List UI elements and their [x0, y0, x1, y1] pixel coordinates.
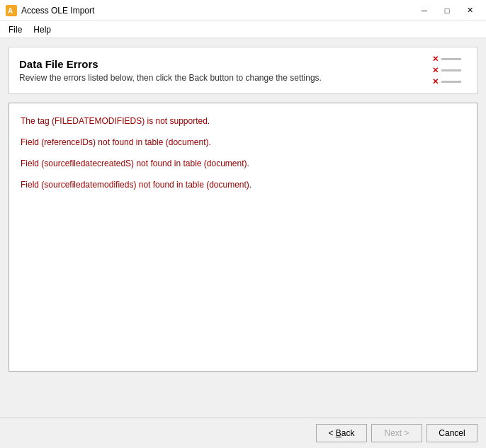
error-message-2: Field (referenceIDs) not found in table …: [21, 136, 465, 149]
error-message-4: Field (sourcefiledatemodifieds) not foun…: [21, 178, 465, 191]
title-bar-left: A Access OLE Import: [6, 5, 94, 16]
icon-line-2: [441, 69, 461, 71]
error-icon-panel: ✕ ✕ ✕: [432, 54, 461, 86]
app-icon: A: [6, 5, 17, 16]
close-button[interactable]: ✕: [459, 4, 480, 18]
header-text: Data File Errors Review the errors liste…: [19, 58, 322, 83]
x-icon-3: ✕: [432, 77, 439, 86]
icon-row-2: ✕: [432, 66, 461, 75]
back-button[interactable]: < Back: [316, 424, 367, 442]
title-bar: A Access OLE Import ─ □ ✕: [0, 0, 486, 21]
next-button[interactable]: Next >: [371, 424, 422, 442]
error-message-3: Field (sourcefiledatecreatedS) not found…: [21, 157, 465, 170]
menu-bar: File Help: [0, 21, 486, 38]
header-section: Data File Errors Review the errors liste…: [9, 47, 477, 94]
menu-help[interactable]: Help: [28, 23, 57, 36]
cancel-button[interactable]: Cancel: [426, 424, 477, 442]
footer-section: < Back Next > Cancel: [0, 418, 486, 448]
svg-text:A: A: [8, 7, 13, 15]
icon-row-3: ✕: [432, 77, 461, 86]
x-icon-1: ✕: [432, 54, 439, 64]
x-icon-2: ✕: [432, 66, 439, 75]
title-bar-controls: ─ □ ✕: [414, 4, 480, 18]
icon-row-1: ✕: [432, 54, 461, 64]
main-content: Data File Errors Review the errors liste…: [0, 38, 486, 415]
back-label-text: B: [336, 428, 341, 438]
maximize-button[interactable]: □: [436, 4, 458, 18]
app-title: Access OLE Import: [21, 6, 94, 16]
icon-line-3: [441, 81, 461, 83]
icon-line-1: [441, 58, 461, 60]
next-label-text: Next >: [384, 428, 409, 438]
error-message-1: The tag (FILEDATEMODIFIEDS) is not suppo…: [21, 115, 465, 127]
menu-file[interactable]: File: [3, 23, 28, 36]
minimize-button[interactable]: ─: [414, 4, 435, 18]
page-description: Review the errors listed below, then cli…: [19, 73, 322, 83]
error-box: The tag (FILEDATEMODIFIEDS) is not suppo…: [9, 103, 477, 372]
page-title: Data File Errors: [19, 58, 322, 70]
